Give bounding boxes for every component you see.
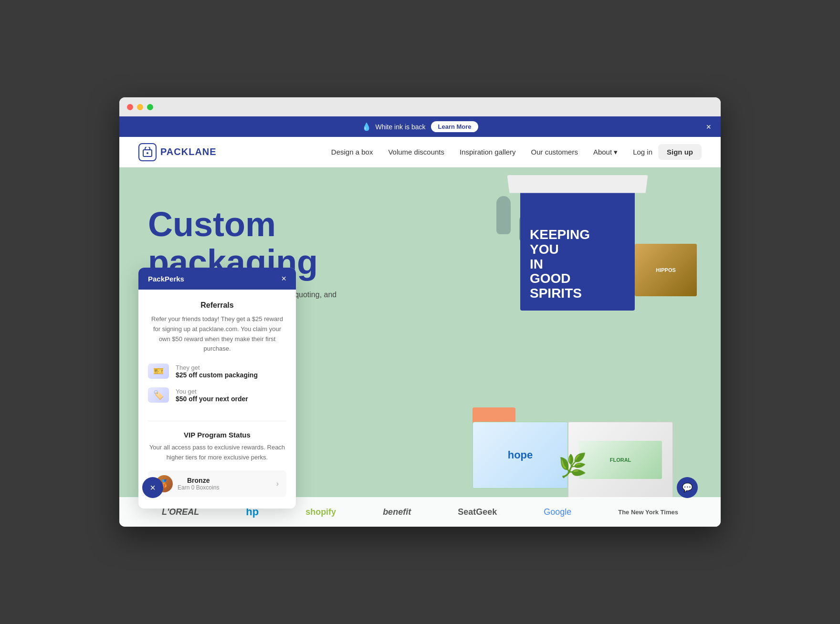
announcement-icon: 💧 <box>362 122 371 131</box>
traffic-light-yellow[interactable] <box>137 104 143 110</box>
login-button[interactable]: Log in <box>633 148 652 156</box>
bronze-tier-row[interactable]: 🥉 Bronze Earn 0 Boxcoins › <box>148 470 286 497</box>
bronze-sub: Earn 0 Boxcoins <box>178 484 219 491</box>
they-get-text: They get $25 off custom packaging <box>176 364 258 379</box>
vip-title: VIP Program Status <box>148 431 286 439</box>
hero-section: Custom packaging Turn your brand into th… <box>119 167 721 527</box>
referrals-title: Referrals <box>148 301 286 310</box>
packperks-header: PackPerks × <box>138 268 296 290</box>
hero-box-lid <box>507 175 648 193</box>
announcement-text: White ink is back <box>375 123 425 131</box>
you-get-reward: 🏷️ You get $50 off your next order <box>148 387 286 403</box>
nav-link-our-customers[interactable]: Our customers <box>531 148 578 156</box>
deco-bottle <box>496 196 511 234</box>
traffic-light-red[interactable] <box>127 104 133 110</box>
hero-main-box: KEEPING you IN GOOD SPIRITS <box>520 182 635 311</box>
chevron-down-icon: ▾ <box>614 148 618 156</box>
brand-google: Google <box>544 507 571 517</box>
nav-links: Design a box Volume discounts Inspiratio… <box>331 148 618 156</box>
brand-shopify: shopify <box>305 507 336 517</box>
vip-section: VIP Program Status Your all access pass … <box>148 421 286 497</box>
box-text: KEEPING you IN GOOD SPIRITS <box>530 228 625 301</box>
nav-link-inspiration-gallery[interactable]: Inspiration gallery <box>460 148 516 156</box>
browser-window: 💧 White ink is back Learn More × PACKLAN… <box>119 97 721 527</box>
vip-desc: Your all access pass to exclusive reward… <box>148 443 286 463</box>
you-get-text: You get $50 off your next order <box>176 388 248 403</box>
chat-fab-button[interactable]: 💬 <box>677 477 698 498</box>
brand-seatgeek: SeatGeek <box>458 507 497 517</box>
close-fab-button[interactable]: × <box>142 477 163 498</box>
you-get-icon: 🏷️ <box>148 387 169 403</box>
logo-text: PACKLANE <box>160 146 217 157</box>
brand-benefit: benefit <box>383 507 411 517</box>
hero-brown-box: HIPPOS <box>635 244 697 296</box>
packperks-body: Referrals Refer your friends today! They… <box>138 290 296 509</box>
announcement-bar: 💧 White ink is back Learn More × <box>119 116 721 137</box>
chat-icon: 💬 <box>682 482 693 493</box>
browser-chrome <box>119 97 721 116</box>
bronze-left: 🥉 Bronze Earn 0 Boxcoins <box>156 475 219 492</box>
signup-button[interactable]: Sign up <box>658 144 702 160</box>
referrals-desc: Refer your friends today! They get a $25… <box>148 314 286 354</box>
learn-more-button[interactable]: Learn More <box>431 121 478 132</box>
packperks-close-button[interactable]: × <box>281 274 286 283</box>
referrals-section: Referrals Refer your friends today! They… <box>148 301 286 421</box>
svg-point-1 <box>147 152 148 154</box>
packperks-title: PackPerks <box>148 275 184 283</box>
nav-link-volume-discounts[interactable]: Volume discounts <box>388 148 444 156</box>
hero-blue-small-box: hope <box>472 422 568 489</box>
site-content: 💧 White ink is back Learn More × PACKLAN… <box>119 116 721 527</box>
traffic-light-green[interactable] <box>147 104 153 110</box>
packperks-panel: PackPerks × Referrals Refer your friends… <box>138 268 296 509</box>
they-get-icon: 🎫 <box>148 364 169 379</box>
logo[interactable]: PACKLANE <box>138 143 217 161</box>
nav-auth: Log in Sign up <box>633 144 702 160</box>
nav-link-about[interactable]: About ▾ <box>593 148 618 156</box>
they-get-reward: 🎫 They get $25 off custom packaging <box>148 364 286 379</box>
brand-nyt: The New York Times <box>618 509 678 516</box>
bronze-info: Bronze Earn 0 Boxcoins <box>178 477 219 491</box>
announcement-close-button[interactable]: × <box>706 123 711 131</box>
chevron-right-icon: › <box>276 479 279 488</box>
navbar: PACKLANE Design a box Volume discounts I… <box>119 137 721 167</box>
logo-icon <box>138 143 157 161</box>
nav-link-design-a-box[interactable]: Design a box <box>331 148 373 156</box>
bronze-label: Bronze <box>178 477 219 484</box>
deco-leaf: 🌿 <box>558 452 587 479</box>
